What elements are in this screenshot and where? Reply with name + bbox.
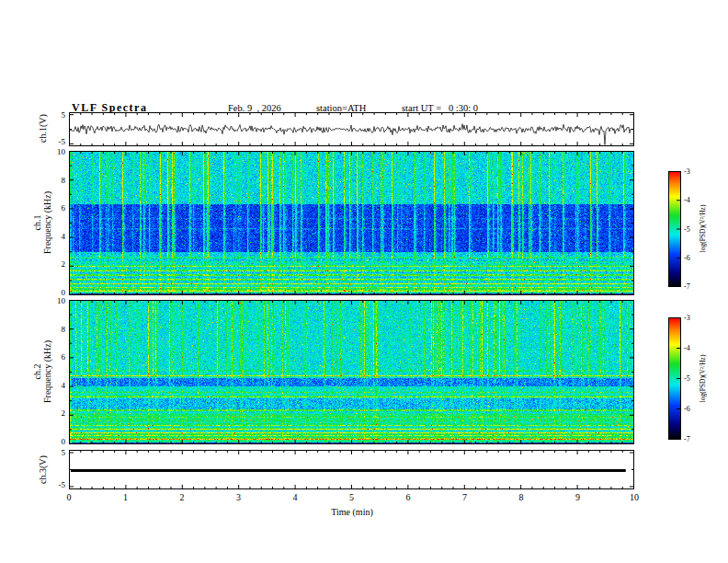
spec2-y-tick-label: 0 <box>41 437 65 446</box>
ch1-waveform-plot <box>69 112 634 146</box>
colorbar-tick-label: -4 <box>684 344 690 352</box>
ch1-voltage-axis-label: ch.1(V) <box>38 83 48 175</box>
colorbar-tick-label: -3 <box>684 167 690 176</box>
ch2-frequency-axis-label: ch.2 Frequency (kHz) <box>32 321 52 422</box>
spec1-y-tick-label: 10 <box>41 147 65 156</box>
time-axis-label: Time (min) <box>331 507 372 517</box>
spec1-y-tick-label: 2 <box>41 259 65 269</box>
x-tick-label: 1 <box>123 492 128 502</box>
spec1-y-tick-label: 4 <box>41 232 65 241</box>
colorbar-tick-label: -7 <box>684 435 690 443</box>
colorbar-ch2 <box>668 317 681 440</box>
x-tick-label: 9 <box>575 492 580 502</box>
ch1-frequency-axis-label: ch.1 Frequency (kHz) <box>32 172 52 273</box>
colorbar-tick-label: -6 <box>684 254 690 262</box>
ch1-spectrogram-plot <box>69 151 634 295</box>
x-tick-label: 8 <box>519 492 524 502</box>
x-tick-label: 7 <box>462 492 467 502</box>
spec2-y-tick-label: 4 <box>41 381 65 390</box>
spec1-y-tick-label: 8 <box>41 176 65 185</box>
colorbar-ch1-label: log(PSD)(V²/Hz) <box>699 174 707 284</box>
x-tick-label: 10 <box>630 492 639 502</box>
colorbar-tick-label: -4 <box>684 196 690 204</box>
x-tick-label: 4 <box>293 492 298 502</box>
wave1-y-tick-label: -5 <box>41 137 65 146</box>
ch3-waveform-plot <box>69 450 634 489</box>
ch2-spectrogram-plot <box>69 300 634 444</box>
wave3-y-tick-label: 5 <box>41 448 65 457</box>
ch1-frequency-axis-label-line2: Frequency (kHz) <box>42 172 52 273</box>
wave3-y-tick-label: -5 <box>41 480 65 489</box>
colorbar-tick-label: -5 <box>684 374 690 383</box>
spec2-y-tick-label: 8 <box>41 325 65 334</box>
x-tick-label: 0 <box>67 492 72 502</box>
ch2-frequency-axis-label-line2: Frequency (kHz) <box>42 321 52 422</box>
colorbar-tick-label: -3 <box>684 314 690 322</box>
wave1-y-tick-label: 5 <box>41 110 65 120</box>
ch2-frequency-axis-label-line1: ch.2 <box>32 321 42 422</box>
colorbar-tick-label: -7 <box>684 282 690 291</box>
vlf-spectra-figure: VLF Spectra Feb. 9 , 2026 station=ATH st… <box>0 0 728 563</box>
spec2-y-tick-label: 2 <box>41 408 65 418</box>
x-tick-label: 3 <box>236 492 241 502</box>
colorbar-tick-label: -6 <box>684 405 690 413</box>
ch1-frequency-axis-label-line1: ch.1 <box>32 172 42 273</box>
spec2-y-tick-label: 6 <box>41 352 65 362</box>
spec1-y-tick-label: 6 <box>41 203 65 213</box>
x-tick-label: 2 <box>180 492 185 502</box>
colorbar-ch1 <box>668 171 681 287</box>
colorbar-ch2-label: log(PSD)(V²/Hz) <box>699 324 707 434</box>
colorbar-tick-label: -5 <box>684 225 690 234</box>
spec2-y-tick-label: 10 <box>41 296 65 305</box>
x-tick-label: 6 <box>406 492 411 502</box>
x-tick-label: 5 <box>349 492 354 502</box>
